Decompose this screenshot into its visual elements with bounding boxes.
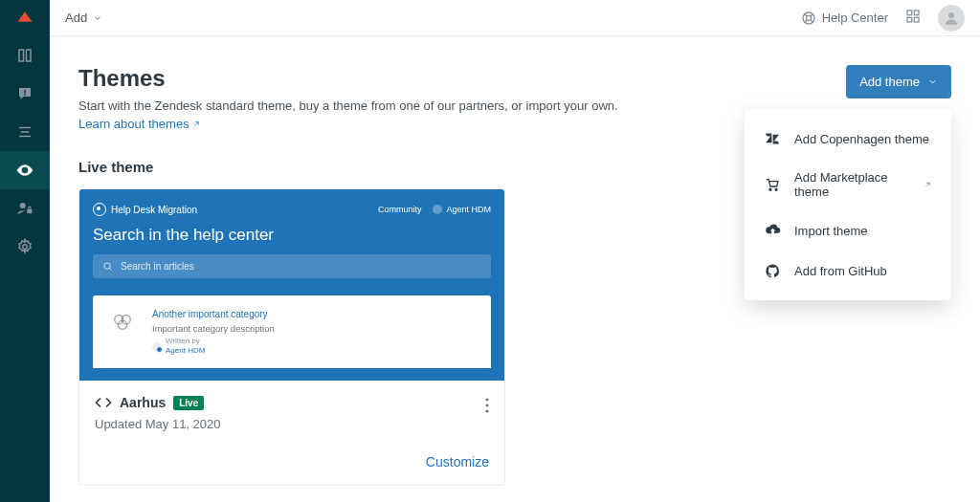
- external-link-icon: [192, 120, 201, 128]
- svg-point-7: [20, 203, 26, 208]
- apps-button[interactable]: [905, 9, 921, 28]
- customize-button[interactable]: Customize: [426, 454, 489, 469]
- svg-rect-16: [907, 11, 912, 15]
- sidebar-item-permissions[interactable]: [0, 189, 50, 228]
- theme-name: Aarhus: [120, 395, 166, 410]
- svg-rect-8: [27, 209, 32, 214]
- topbar-right: Help Center: [801, 5, 965, 32]
- preview-category-icon: [112, 311, 133, 332]
- theme-card: Help Desk Migration Community Agent HDM …: [78, 188, 505, 486]
- sidebar-item-moderate[interactable]: [0, 75, 50, 113]
- sidebar-item-customize[interactable]: [0, 151, 50, 189]
- svg-point-22: [775, 188, 777, 190]
- sidebar-item-arrange[interactable]: [0, 113, 50, 151]
- svg-marker-0: [18, 11, 33, 22]
- preview-author-avatar-icon: [152, 342, 162, 352]
- svg-point-9: [23, 245, 28, 250]
- preview-category-title: Another important category: [152, 309, 472, 319]
- user-icon: [943, 10, 960, 27]
- chevron-down-icon: [93, 13, 102, 23]
- preview-author: Written by Agent HDM: [152, 337, 472, 355]
- theme-updated: Updated May 11, 2020: [95, 417, 489, 431]
- menu-add-copenhagen[interactable]: Add Copenhagen theme: [745, 119, 951, 159]
- zendesk-icon: [764, 130, 781, 147]
- external-link-icon: [924, 180, 932, 189]
- page-title: Themes: [78, 65, 618, 92]
- svg-line-14: [804, 20, 807, 23]
- menu-import-theme[interactable]: Import theme: [745, 210, 951, 251]
- preview-header: Help Desk Migration Community Agent HDM: [93, 203, 491, 216]
- add-label: Add: [65, 11, 87, 25]
- add-theme-button[interactable]: Add theme: [846, 65, 951, 98]
- svg-rect-5: [19, 136, 31, 138]
- list-icon: [16, 123, 33, 141]
- svg-rect-17: [914, 11, 919, 15]
- svg-point-21: [769, 188, 771, 190]
- preview-agent-avatar-icon: [433, 205, 442, 214]
- svg-rect-1: [24, 90, 26, 93]
- theme-preview: Help Desk Migration Community Agent HDM …: [79, 189, 504, 381]
- svg-line-13: [811, 20, 813, 23]
- apps-grid-icon: [905, 9, 921, 24]
- add-theme-wrap: Add theme Add Copenhagen theme Add Marke…: [846, 65, 951, 98]
- svg-point-6: [23, 168, 26, 171]
- main-content: Themes Start with the Zendesk standard t…: [50, 36, 980, 502]
- svg-line-15: [811, 13, 813, 16]
- menu-add-marketplace[interactable]: Add Marketplace theme: [745, 159, 951, 210]
- svg-point-30: [486, 410, 489, 413]
- zendesk-logo-icon: [16, 10, 33, 27]
- kebab-icon: [485, 398, 489, 413]
- svg-point-23: [104, 263, 110, 269]
- preview-agent: Agent HDM: [433, 205, 491, 214]
- help-center-label: Help Center: [822, 11, 888, 25]
- preview-brand: Help Desk Migration: [93, 203, 197, 216]
- github-icon: [764, 262, 781, 279]
- svg-point-11: [806, 15, 811, 20]
- code-icon: [95, 394, 112, 411]
- learn-link[interactable]: Learn about themes: [78, 117, 201, 131]
- chevron-down-icon: [927, 76, 938, 87]
- svg-point-20: [948, 12, 954, 18]
- menu-add-github[interactable]: Add from GitHub: [745, 251, 951, 291]
- theme-info: Aarhus Live Updated May 11, 2020 Customi…: [79, 381, 504, 485]
- chat-alert-icon: [16, 85, 33, 102]
- preview-search: Search in articles: [93, 254, 491, 278]
- svg-line-24: [109, 269, 111, 271]
- svg-rect-18: [907, 17, 912, 22]
- theme-name-row: Aarhus Live: [95, 394, 489, 411]
- topbar: Add Help Center: [50, 0, 980, 36]
- book-icon: [16, 47, 33, 64]
- add-theme-dropdown: Add Copenhagen theme Add Marketplace the…: [745, 109, 951, 300]
- cloud-upload-icon: [764, 222, 781, 239]
- brand-logo[interactable]: [0, 0, 50, 36]
- left-sidebar: [0, 0, 50, 502]
- preview-article-body: Another important category Important cat…: [152, 309, 472, 355]
- preview-brand-icon: [93, 203, 106, 216]
- svg-point-28: [486, 399, 489, 402]
- svg-line-12: [804, 13, 807, 16]
- sidebar-item-guide[interactable]: [0, 36, 50, 75]
- gear-icon: [16, 238, 33, 255]
- help-center-link[interactable]: Help Center: [801, 11, 888, 26]
- cart-icon: [764, 176, 781, 193]
- header-text: Themes Start with the Zendesk standard t…: [78, 65, 618, 132]
- svg-rect-4: [21, 131, 30, 133]
- preview-title: Search in the help center: [93, 226, 491, 245]
- preview-article: Another important category Important cat…: [93, 295, 491, 368]
- add-menu-button[interactable]: Add: [65, 11, 102, 25]
- svg-rect-2: [24, 94, 26, 96]
- live-badge: Live: [173, 396, 204, 410]
- svg-rect-3: [19, 127, 31, 129]
- preview-links: Community Agent HDM: [378, 205, 491, 214]
- svg-rect-19: [914, 17, 919, 22]
- search-icon: [102, 261, 113, 272]
- page-description: Start with the Zendesk standard theme, b…: [78, 98, 618, 115]
- theme-menu-button[interactable]: [481, 394, 493, 420]
- preview-category-desc: Important category description: [152, 323, 472, 334]
- svg-point-29: [486, 404, 489, 407]
- avatar[interactable]: [938, 5, 965, 32]
- sidebar-item-settings[interactable]: [0, 228, 50, 266]
- lifebuoy-icon: [801, 11, 816, 26]
- page-header: Themes Start with the Zendesk standard t…: [78, 65, 951, 132]
- user-lock-icon: [16, 200, 33, 217]
